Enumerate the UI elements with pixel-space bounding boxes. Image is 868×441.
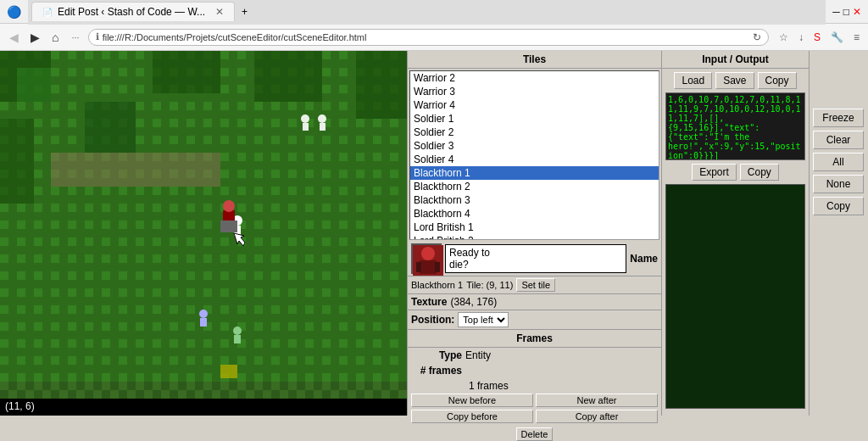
tab-close-button[interactable]: ✕ xyxy=(215,6,224,18)
position-select[interactable]: Top left Center Bottom xyxy=(458,312,509,327)
svg-point-22 xyxy=(318,114,326,123)
none-button[interactable]: None xyxy=(813,175,864,193)
save-button[interactable]: Save xyxy=(715,72,754,89)
texture-coords: (384, 176) xyxy=(450,296,497,308)
home-button[interactable]: ⌂ xyxy=(47,29,63,46)
canvas-grid[interactable] xyxy=(0,51,407,399)
tiles-list-item[interactable]: Soldier 1 xyxy=(410,112,659,126)
refresh-button[interactable]: ↻ xyxy=(753,31,761,43)
copy-io-button[interactable]: Copy xyxy=(758,72,797,89)
name-row: Ready to die? Name xyxy=(408,242,661,276)
svg-rect-5 xyxy=(153,51,220,93)
forward-button[interactable]: ▶ xyxy=(26,29,44,46)
middle-panel: Tiles Warrior 2Warrior 3Warrior 4Soldier… xyxy=(407,51,661,416)
tiles-panel: Tiles Warrior 2Warrior 3Warrior 4Soldier… xyxy=(408,51,661,242)
svg-rect-8 xyxy=(0,119,34,204)
io-textarea[interactable] xyxy=(665,92,805,160)
url-text: file:///R:/Documents/Projets/cutSceneEdi… xyxy=(103,32,749,42)
copy-before-button[interactable]: Copy before xyxy=(411,410,533,423)
canvas-coords: (11, 6) xyxy=(5,400,35,412)
svg-rect-4 xyxy=(17,68,51,102)
browser-titlebar: 🔵 📄 Edit Post ‹ Stash of Code — W... ✕ +… xyxy=(0,0,868,24)
svg-rect-16 xyxy=(234,335,241,343)
svg-rect-24 xyxy=(220,365,237,378)
svg-point-15 xyxy=(233,327,242,335)
frames-count-row: # frames xyxy=(408,363,661,378)
right-panel: Input / Output Load Save Copy Export Cop… xyxy=(661,51,809,416)
export-row: Export Copy xyxy=(665,164,805,181)
close-button[interactable]: ✕ xyxy=(853,6,861,18)
delete-row: Delete xyxy=(408,426,661,441)
tiles-list-item[interactable]: Lord British 2 xyxy=(410,234,659,240)
extension-icon[interactable]: 🔧 xyxy=(827,30,847,45)
new-before-button[interactable]: New before xyxy=(411,394,533,407)
tiles-list-item[interactable]: Warrior 4 xyxy=(410,98,659,112)
load-button[interactable]: Load xyxy=(674,72,712,89)
tiles-list-item[interactable]: Blackthorn 3 xyxy=(410,193,659,207)
tab-active[interactable]: 📄 Edit Post ‹ Stash of Code — W... ✕ xyxy=(31,2,235,21)
tiles-list-item[interactable]: Soldier 3 xyxy=(410,139,659,153)
svg-rect-19 xyxy=(220,220,237,232)
canvas-area: (11, 6) xyxy=(0,51,407,416)
far-right-buttons: Freeze Clear All None Copy xyxy=(809,51,868,416)
browser-actions: ☆ ↓ S 🔧 ≡ xyxy=(776,30,863,45)
bookmark-icon[interactable]: ☆ xyxy=(776,30,792,45)
app-content: (11, 6) Tiles Warrior 2Warrior 3Warrior … xyxy=(0,51,868,416)
back-button[interactable]: ◀ xyxy=(5,29,23,46)
tiles-list-item[interactable]: Soldier 4 xyxy=(410,153,659,166)
tile-info-row: Blackthorn 1 Tile: (9, 11) Set tile xyxy=(408,276,661,294)
export-copy-button[interactable]: Copy xyxy=(740,164,779,181)
svg-rect-28 xyxy=(420,260,437,274)
svg-rect-2 xyxy=(0,51,407,382)
io-header: Input / Output xyxy=(662,51,809,69)
freeze-button[interactable]: Freeze xyxy=(813,109,864,127)
right-copy-button[interactable]: Copy xyxy=(813,197,864,215)
all-button[interactable]: All xyxy=(813,153,864,171)
tab-favicon: 📄 xyxy=(42,8,53,17)
io-output-area xyxy=(665,184,805,409)
tiles-list-item[interactable]: Blackthorn 1 xyxy=(410,166,659,180)
new-after-button[interactable]: New after xyxy=(536,394,658,407)
svg-rect-21 xyxy=(303,123,309,131)
delete-button[interactable]: Delete xyxy=(516,427,554,441)
svg-rect-7 xyxy=(356,51,407,119)
tiles-list-item[interactable]: Warrior 3 xyxy=(410,85,659,98)
stash-icon[interactable]: S xyxy=(810,30,824,45)
svg-rect-10 xyxy=(51,153,220,187)
svg-point-27 xyxy=(421,247,435,260)
position-label: Position: xyxy=(411,314,454,326)
minimize-button[interactable]: ─ xyxy=(832,6,840,18)
tiles-list-item[interactable]: Blackthorn 2 xyxy=(410,180,659,193)
frames-value: 1 frames xyxy=(469,380,509,392)
settings-icon[interactable]: ≡ xyxy=(850,30,863,45)
navigation-bar: ◀ ▶ ⌂ ··· ℹ file:///R:/Documents/Projets… xyxy=(0,24,868,51)
texture-label: Texture xyxy=(411,296,447,308)
tab-new-button[interactable]: + xyxy=(235,3,254,21)
type-label: Type xyxy=(411,349,462,361)
copy-after-button[interactable]: Copy after xyxy=(536,410,658,423)
frames-label: # frames xyxy=(411,365,462,377)
frames-section: Frames Type Entity # frames 1 frames New… xyxy=(408,330,661,441)
tiles-list-item[interactable]: Lord British 1 xyxy=(410,220,659,234)
tiles-list-item[interactable]: Warrior 2 xyxy=(410,71,659,85)
tiles-header: Tiles xyxy=(408,51,661,69)
maximize-button[interactable]: □ xyxy=(843,6,849,18)
svg-rect-30 xyxy=(435,262,440,272)
tiles-list-item[interactable]: Soldier 2 xyxy=(410,126,659,139)
tiles-list-item[interactable]: Blackthorn 4 xyxy=(410,207,659,220)
svg-rect-23 xyxy=(320,123,326,131)
right-clear-button[interactable]: Clear xyxy=(813,131,864,149)
canvas-svg xyxy=(0,51,407,382)
tile-name-text: Blackthorn 1 xyxy=(411,280,463,290)
tiles-list[interactable]: Warrior 2Warrior 3Warrior 4Soldier 1Sold… xyxy=(409,70,659,240)
svg-point-13 xyxy=(199,310,208,318)
svg-rect-9 xyxy=(85,102,136,153)
download-icon[interactable]: ↓ xyxy=(795,30,807,45)
name-label-text: Name xyxy=(630,253,658,265)
address-bar[interactable]: ℹ file:///R:/Documents/Projets/cutSceneE… xyxy=(88,29,769,46)
speech-bubble: Ready to die? xyxy=(445,244,626,273)
export-button[interactable]: Export xyxy=(692,164,737,181)
menu-dots[interactable]: ··· xyxy=(66,31,84,44)
load-save-copy-row: Load Save Copy xyxy=(665,72,805,89)
set-tile-button[interactable]: Set tile xyxy=(516,278,555,292)
